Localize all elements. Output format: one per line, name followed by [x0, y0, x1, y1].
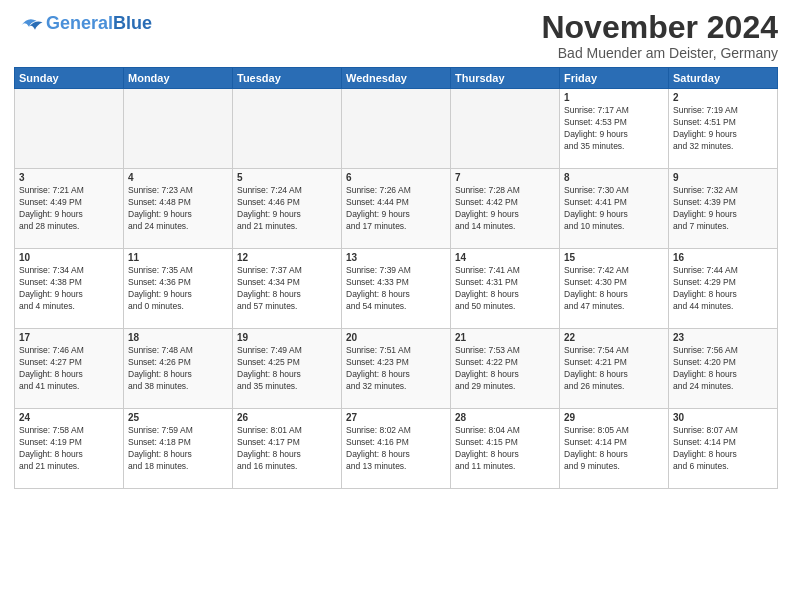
calendar-cell: 12Sunrise: 7:37 AM Sunset: 4:34 PM Dayli…: [233, 249, 342, 329]
day-number: 30: [673, 412, 773, 423]
header-thursday: Thursday: [451, 68, 560, 89]
calendar-cell: 15Sunrise: 7:42 AM Sunset: 4:30 PM Dayli…: [560, 249, 669, 329]
calendar-cell: 18Sunrise: 7:48 AM Sunset: 4:26 PM Dayli…: [124, 329, 233, 409]
calendar-cell: 4Sunrise: 7:23 AM Sunset: 4:48 PM Daylig…: [124, 169, 233, 249]
day-number: 24: [19, 412, 119, 423]
day-info: Sunrise: 7:46 AM Sunset: 4:27 PM Dayligh…: [19, 345, 119, 393]
calendar-cell: 14Sunrise: 7:41 AM Sunset: 4:31 PM Dayli…: [451, 249, 560, 329]
day-number: 14: [455, 252, 555, 263]
calendar-cell: 16Sunrise: 7:44 AM Sunset: 4:29 PM Dayli…: [669, 249, 778, 329]
day-info: Sunrise: 8:05 AM Sunset: 4:14 PM Dayligh…: [564, 425, 664, 473]
calendar-week-row-2: 10Sunrise: 7:34 AM Sunset: 4:38 PM Dayli…: [15, 249, 778, 329]
day-number: 5: [237, 172, 337, 183]
calendar-cell: 5Sunrise: 7:24 AM Sunset: 4:46 PM Daylig…: [233, 169, 342, 249]
day-info: Sunrise: 7:26 AM Sunset: 4:44 PM Dayligh…: [346, 185, 446, 233]
day-number: 23: [673, 332, 773, 343]
day-number: 10: [19, 252, 119, 263]
day-info: Sunrise: 8:04 AM Sunset: 4:15 PM Dayligh…: [455, 425, 555, 473]
logo-general: General: [46, 13, 113, 33]
calendar-cell: 30Sunrise: 8:07 AM Sunset: 4:14 PM Dayli…: [669, 409, 778, 489]
calendar-cell: 20Sunrise: 7:51 AM Sunset: 4:23 PM Dayli…: [342, 329, 451, 409]
calendar-week-row-0: 1Sunrise: 7:17 AM Sunset: 4:53 PM Daylig…: [15, 89, 778, 169]
calendar-cell: 23Sunrise: 7:56 AM Sunset: 4:20 PM Dayli…: [669, 329, 778, 409]
day-number: 4: [128, 172, 228, 183]
calendar-week-row-4: 24Sunrise: 7:58 AM Sunset: 4:19 PM Dayli…: [15, 409, 778, 489]
day-info: Sunrise: 7:41 AM Sunset: 4:31 PM Dayligh…: [455, 265, 555, 313]
logo: GeneralBlue: [14, 10, 152, 32]
day-info: Sunrise: 7:58 AM Sunset: 4:19 PM Dayligh…: [19, 425, 119, 473]
day-number: 28: [455, 412, 555, 423]
calendar-week-row-3: 17Sunrise: 7:46 AM Sunset: 4:27 PM Dayli…: [15, 329, 778, 409]
calendar-cell: 9Sunrise: 7:32 AM Sunset: 4:39 PM Daylig…: [669, 169, 778, 249]
day-info: Sunrise: 7:17 AM Sunset: 4:53 PM Dayligh…: [564, 105, 664, 153]
calendar-cell: 2Sunrise: 7:19 AM Sunset: 4:51 PM Daylig…: [669, 89, 778, 169]
calendar-cell: 21Sunrise: 7:53 AM Sunset: 4:22 PM Dayli…: [451, 329, 560, 409]
day-number: 22: [564, 332, 664, 343]
calendar-cell: 17Sunrise: 7:46 AM Sunset: 4:27 PM Dayli…: [15, 329, 124, 409]
day-number: 17: [19, 332, 119, 343]
day-info: Sunrise: 7:44 AM Sunset: 4:29 PM Dayligh…: [673, 265, 773, 313]
logo-text: GeneralBlue: [46, 14, 152, 32]
calendar-cell: 6Sunrise: 7:26 AM Sunset: 4:44 PM Daylig…: [342, 169, 451, 249]
calendar-cell: [342, 89, 451, 169]
day-info: Sunrise: 7:37 AM Sunset: 4:34 PM Dayligh…: [237, 265, 337, 313]
header-friday: Friday: [560, 68, 669, 89]
page: GeneralBlue November 2024 Bad Muender am…: [0, 0, 792, 612]
header-saturday: Saturday: [669, 68, 778, 89]
calendar-header-row: Sunday Monday Tuesday Wednesday Thursday…: [15, 68, 778, 89]
calendar-cell: 27Sunrise: 8:02 AM Sunset: 4:16 PM Dayli…: [342, 409, 451, 489]
day-number: 12: [237, 252, 337, 263]
day-info: Sunrise: 7:19 AM Sunset: 4:51 PM Dayligh…: [673, 105, 773, 153]
day-info: Sunrise: 7:59 AM Sunset: 4:18 PM Dayligh…: [128, 425, 228, 473]
day-number: 8: [564, 172, 664, 183]
header-monday: Monday: [124, 68, 233, 89]
day-info: Sunrise: 7:23 AM Sunset: 4:48 PM Dayligh…: [128, 185, 228, 233]
day-info: Sunrise: 8:02 AM Sunset: 4:16 PM Dayligh…: [346, 425, 446, 473]
day-info: Sunrise: 7:34 AM Sunset: 4:38 PM Dayligh…: [19, 265, 119, 313]
calendar-cell: 7Sunrise: 7:28 AM Sunset: 4:42 PM Daylig…: [451, 169, 560, 249]
day-info: Sunrise: 7:54 AM Sunset: 4:21 PM Dayligh…: [564, 345, 664, 393]
calendar-cell: [124, 89, 233, 169]
day-info: Sunrise: 7:28 AM Sunset: 4:42 PM Dayligh…: [455, 185, 555, 233]
day-info: Sunrise: 7:51 AM Sunset: 4:23 PM Dayligh…: [346, 345, 446, 393]
calendar-cell: 13Sunrise: 7:39 AM Sunset: 4:33 PM Dayli…: [342, 249, 451, 329]
calendar-cell: 3Sunrise: 7:21 AM Sunset: 4:49 PM Daylig…: [15, 169, 124, 249]
day-number: 7: [455, 172, 555, 183]
calendar-cell: [451, 89, 560, 169]
title-block: November 2024 Bad Muender am Deister, Ge…: [541, 10, 778, 61]
day-info: Sunrise: 7:21 AM Sunset: 4:49 PM Dayligh…: [19, 185, 119, 233]
day-info: Sunrise: 7:30 AM Sunset: 4:41 PM Dayligh…: [564, 185, 664, 233]
day-info: Sunrise: 7:53 AM Sunset: 4:22 PM Dayligh…: [455, 345, 555, 393]
month-title: November 2024: [541, 10, 778, 45]
day-info: Sunrise: 7:35 AM Sunset: 4:36 PM Dayligh…: [128, 265, 228, 313]
day-number: 13: [346, 252, 446, 263]
calendar-cell: 24Sunrise: 7:58 AM Sunset: 4:19 PM Dayli…: [15, 409, 124, 489]
location: Bad Muender am Deister, Germany: [541, 45, 778, 61]
day-number: 11: [128, 252, 228, 263]
calendar-cell: 29Sunrise: 8:05 AM Sunset: 4:14 PM Dayli…: [560, 409, 669, 489]
calendar-cell: 19Sunrise: 7:49 AM Sunset: 4:25 PM Dayli…: [233, 329, 342, 409]
calendar-cell: 10Sunrise: 7:34 AM Sunset: 4:38 PM Dayli…: [15, 249, 124, 329]
day-info: Sunrise: 7:49 AM Sunset: 4:25 PM Dayligh…: [237, 345, 337, 393]
logo-icon: [14, 14, 44, 32]
day-number: 27: [346, 412, 446, 423]
day-info: Sunrise: 7:48 AM Sunset: 4:26 PM Dayligh…: [128, 345, 228, 393]
day-number: 21: [455, 332, 555, 343]
day-info: Sunrise: 7:56 AM Sunset: 4:20 PM Dayligh…: [673, 345, 773, 393]
header-tuesday: Tuesday: [233, 68, 342, 89]
day-info: Sunrise: 7:32 AM Sunset: 4:39 PM Dayligh…: [673, 185, 773, 233]
calendar-cell: 1Sunrise: 7:17 AM Sunset: 4:53 PM Daylig…: [560, 89, 669, 169]
calendar-cell: 8Sunrise: 7:30 AM Sunset: 4:41 PM Daylig…: [560, 169, 669, 249]
header-sunday: Sunday: [15, 68, 124, 89]
calendar-table: Sunday Monday Tuesday Wednesday Thursday…: [14, 67, 778, 489]
day-number: 20: [346, 332, 446, 343]
day-number: 25: [128, 412, 228, 423]
calendar-cell: 26Sunrise: 8:01 AM Sunset: 4:17 PM Dayli…: [233, 409, 342, 489]
day-number: 19: [237, 332, 337, 343]
day-info: Sunrise: 8:01 AM Sunset: 4:17 PM Dayligh…: [237, 425, 337, 473]
logo-blue: Blue: [113, 13, 152, 33]
day-number: 26: [237, 412, 337, 423]
day-info: Sunrise: 8:07 AM Sunset: 4:14 PM Dayligh…: [673, 425, 773, 473]
calendar-week-row-1: 3Sunrise: 7:21 AM Sunset: 4:49 PM Daylig…: [15, 169, 778, 249]
day-info: Sunrise: 7:24 AM Sunset: 4:46 PM Dayligh…: [237, 185, 337, 233]
